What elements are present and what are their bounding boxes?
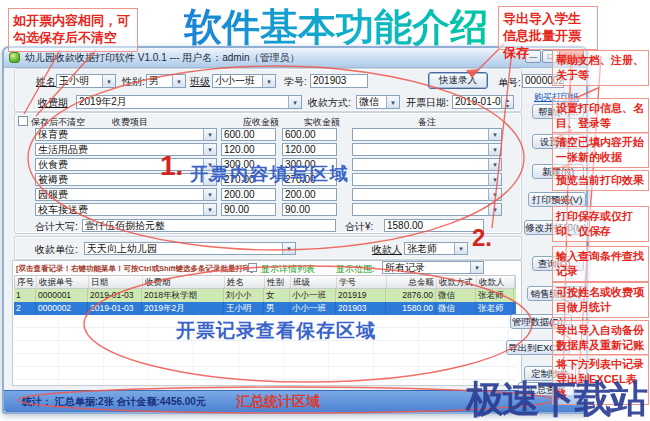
- item-5-receivable-input[interactable]: 90.00: [221, 203, 276, 216]
- item-1-received-input[interactable]: 120.00: [282, 143, 337, 156]
- student-no-input[interactable]: 201903: [310, 74, 368, 88]
- item-2-name: 伙食费: [38, 159, 68, 170]
- watermark: 极速下载站: [466, 374, 646, 421]
- col-index: 序号: [15, 276, 37, 288]
- cell: 2019-01-03: [88, 289, 142, 302]
- callout-new: 清空已填内容开始一张新的收据: [552, 132, 649, 168]
- cell: 2876.00: [386, 289, 436, 302]
- table-row-1[interactable]: 1 0000001 2019-01-03 2018年秋学期 刘小小 女 小小一班…: [14, 289, 516, 302]
- name-label[interactable]: 姓名: [36, 76, 56, 88]
- scope-value: 所有记录: [385, 262, 425, 273]
- records-table-header[interactable]: 序号 收据单号 日期 收费期 姓名 性别 班级 学号 总金额 收款方式 收款人: [14, 275, 516, 289]
- item-4-receivable-input[interactable]: 200.00: [221, 188, 276, 201]
- cell: 微信: [436, 302, 476, 315]
- col-name: 姓名: [225, 276, 265, 288]
- item-0-name-combobox[interactable]: 保育费: [35, 128, 217, 141]
- col-period: 收费期: [143, 276, 225, 288]
- item-0-name: 保育费: [38, 129, 68, 140]
- show-detail-label: 显示详情列表: [261, 263, 315, 275]
- period-label[interactable]: 收费期: [38, 97, 68, 109]
- item-2-remark-combobox[interactable]: [352, 158, 502, 171]
- scope-label: 显示范围:: [336, 263, 375, 275]
- keep-after-save-checkbox[interactable]: [18, 116, 28, 126]
- pay-method-label: 收款方式:: [308, 97, 351, 109]
- callout-stats: 可按姓名或收费项目做月统计: [552, 282, 649, 318]
- records-zone-label: 开票记录查看保存区域: [176, 318, 376, 344]
- cell: 2018年秋学期: [142, 289, 224, 302]
- col-gender: 性别: [265, 276, 291, 288]
- gender-combobox[interactable]: 男: [146, 74, 186, 88]
- class-value: 小小一班: [215, 75, 255, 86]
- name-value: 王小明: [59, 75, 89, 86]
- item-3-remark-combobox[interactable]: [352, 173, 502, 186]
- col-item-label: 收费项目: [112, 116, 148, 128]
- gender-value: 男: [149, 75, 159, 86]
- item-4-received-input[interactable]: 200.00: [282, 188, 337, 201]
- cell: 小小一班: [290, 289, 336, 302]
- col-method: 收款方式: [437, 276, 477, 288]
- item-1-name-combobox[interactable]: 生活用品费: [35, 143, 217, 156]
- cell: 微信: [436, 289, 476, 302]
- annotation-top-left: 如开票内容相同，可勾选保存后不清空: [8, 8, 138, 52]
- total-caps-label: 合计大写:: [35, 221, 78, 233]
- records-tip: [双击查看记录！右键功能菜单！可按Ctrl或Shift键选多条记录批量打印]: [16, 263, 253, 275]
- cell: 2: [14, 302, 36, 315]
- item-4-remark-combobox[interactable]: [352, 188, 502, 201]
- scope-combobox[interactable]: 所有记录: [382, 261, 484, 274]
- class-combobox[interactable]: 小小一班: [212, 74, 276, 88]
- cell: 2019年2月: [142, 302, 224, 315]
- quick-entry-button[interactable]: 快速录入: [428, 72, 488, 89]
- total-caps-value: 壹仟伍佰捌拾元整: [82, 219, 336, 232]
- total-label: 合计¥:: [345, 221, 373, 233]
- name-combobox[interactable]: 王小明: [56, 74, 116, 88]
- callout-help: 帮助文档、注册、关于等: [552, 50, 649, 86]
- total-input[interactable]: 1580.00: [384, 219, 484, 232]
- period-value: 2019年2月: [79, 96, 127, 107]
- col-date: 日期: [89, 276, 143, 288]
- pay-method-combobox[interactable]: 微信: [356, 95, 400, 109]
- stats-zone-label: 汇总统计区域: [236, 393, 320, 411]
- col-student-no: 学号: [337, 276, 387, 288]
- org-label: 收款单位:: [35, 244, 78, 256]
- table-row-2-selected[interactable]: 2 0000002 2019-01-03 2019年2月 王小明 男 小小一班 …: [14, 302, 516, 315]
- callout-print-save: 打印保存或仅打印、仅保存: [552, 206, 649, 242]
- item-0-received-input[interactable]: 600.00: [282, 128, 337, 141]
- screenshot-stage: 如开票内容相同，可勾选保存后不清空 软件基本功能介绍 导出导入学生信息批量开票保…: [0, 0, 650, 421]
- org-value: 天天向上幼儿园: [87, 243, 157, 254]
- item-0-remark-combobox[interactable]: [352, 128, 502, 141]
- item-1-receivable-input[interactable]: 120.00: [221, 143, 276, 156]
- print-preview-button[interactable]: 打印预览(V): [528, 192, 586, 207]
- item-5-name: 校车接送费: [38, 204, 88, 215]
- cell: 1: [14, 289, 36, 302]
- col-receipt-no: 收据单号: [37, 276, 89, 288]
- period-combobox[interactable]: 2019年2月: [76, 95, 302, 109]
- zone2-number: 2.: [472, 224, 492, 252]
- item-4-name-combobox[interactable]: 园服费: [35, 188, 217, 201]
- cell: 王小明: [224, 302, 264, 315]
- callout-query: 输入查询条件查找记录: [552, 246, 649, 282]
- item-1-remark-combobox[interactable]: [352, 143, 502, 156]
- cell: 女: [264, 289, 290, 302]
- item-5-received-input[interactable]: 90.00: [282, 203, 337, 216]
- item-5-remark-combobox[interactable]: [352, 203, 502, 216]
- callout-backup: 导出导入自动备份数据库及重新记账: [552, 320, 649, 356]
- cell: 201903: [336, 302, 386, 315]
- pay-method-value: 微信: [359, 96, 379, 107]
- callout-settings: 设置打印信息、名目、登录等: [552, 98, 649, 134]
- invoice-date-spinner[interactable]: 2019-01-03: [452, 95, 514, 109]
- item-5-name-combobox[interactable]: 校车接送费: [35, 203, 217, 216]
- item-0-receivable-input[interactable]: 600.00: [221, 128, 276, 141]
- receipt-no-label: 单号:: [498, 77, 521, 89]
- cell: 男: [264, 302, 290, 315]
- item-3-name: 被褥费: [38, 174, 68, 185]
- col-class: 班级: [291, 276, 337, 288]
- class-label[interactable]: 班级: [190, 76, 210, 88]
- org-combobox[interactable]: 天天向上幼儿园: [84, 242, 296, 255]
- show-detail-checkbox[interactable]: [248, 263, 257, 272]
- payee-label[interactable]: 收款人: [372, 244, 402, 256]
- cell: 刘小小: [224, 289, 264, 302]
- col-received-label: 实收金额: [304, 116, 340, 128]
- cell: 201919: [336, 289, 386, 302]
- cell: 2019-01-03: [88, 302, 142, 315]
- payee-combobox[interactable]: 张老师: [404, 242, 468, 255]
